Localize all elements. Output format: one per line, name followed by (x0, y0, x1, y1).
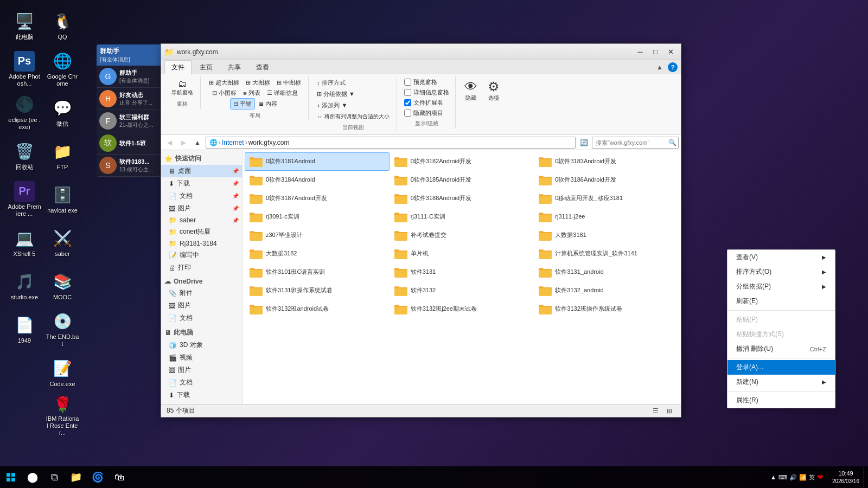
desktop-icon-xshell[interactable]: 💻 XShell 5 (5, 222, 43, 263)
ctx-undo[interactable]: 撤消 删除(U) Ctrl+Z (727, 342, 835, 356)
small-icon-btn[interactable]: ⊟ 小图标 (209, 88, 239, 98)
sidebar-item-attachment[interactable]: 📎 附件 (161, 287, 242, 299)
ctx-group[interactable]: 分组依据(P) ▶ (727, 279, 835, 294)
desktop-icon-code[interactable]: 📝 Code.exe (43, 352, 81, 393)
tray-lang[interactable]: 英 (809, 473, 815, 481)
chat-item-4[interactable]: S 软件3183... 13-候可心之... (97, 155, 163, 177)
file-item-10[interactable]: rj3111-C实训 (390, 208, 534, 226)
desktop-icon-chrome[interactable]: 🌐 Google Chrome (43, 49, 81, 89)
onedrive-header[interactable]: ☁ OneDrive (161, 276, 242, 287)
close-button[interactable]: ✕ (663, 47, 678, 57)
ribbon-expand-btn[interactable]: ▲ (654, 61, 666, 73)
maximize-button[interactable]: □ (648, 47, 662, 57)
file-item-13[interactable]: 补考试卷提交 (390, 226, 534, 245)
sidebar-item-pc-pics[interactable]: 🖼 图片 (161, 364, 242, 376)
sidebar-item-pics[interactable]: 🖼 图片 📌 (161, 202, 242, 215)
file-item-20[interactable]: 软件3131_android (534, 263, 679, 281)
file-item-0[interactable]: 0软件3181Android (245, 152, 390, 171)
hide-btn[interactable]: 👁 隐藏 (461, 78, 481, 104)
desktop-icon-premiere[interactable]: Pr Adobe Premiere ... (5, 179, 43, 220)
medium-icon-btn[interactable]: ⊞ 中图标 (274, 78, 304, 88)
sidebar-item-downloads[interactable]: ⬇ 下载 📌 (161, 177, 242, 190)
search-button[interactable]: ⬤ (22, 466, 43, 488)
file-item-19[interactable]: 软件3131 (390, 263, 534, 281)
taskbar-clock[interactable]: 10:49 2026/03/16 (828, 470, 864, 484)
file-item-5[interactable]: 0软件3186Android开发 (534, 171, 679, 189)
sidebar-item-desktop[interactable]: 🖥 桌面 📌 (161, 165, 242, 177)
file-item-12[interactable]: z307毕业设计 (245, 226, 390, 245)
checkbox-preview[interactable]: 预览窗格 (403, 78, 451, 87)
task-view-button[interactable]: ⧉ (43, 466, 65, 488)
file-item-23[interactable]: 软件3132_android (534, 281, 679, 300)
tile-btn[interactable]: ⊟ 平铺 (230, 98, 255, 110)
file-item-2[interactable]: 0软件3183Android开发 (534, 152, 679, 171)
content-btn[interactable]: ≣ 内容 (256, 99, 280, 109)
file-item-6[interactable]: 0软件3187Android开发 (245, 189, 390, 208)
desktop-icon-pc[interactable]: 🖥️ 此电脑 (5, 5, 43, 46)
ctx-login[interactable]: 登录(A)... (727, 360, 835, 375)
desktop-icon-qq[interactable]: 🐧 QQ (43, 5, 81, 46)
file-item-24[interactable]: 软件3132班android试卷 (245, 300, 390, 318)
desktop-icon-mooc[interactable]: 📚 MOOC (43, 266, 81, 306)
tray-network[interactable]: 📶 (799, 474, 807, 481)
ctx-paste[interactable]: 粘贴(P) (727, 312, 835, 327)
ctx-view[interactable]: 查看(V) ▶ (727, 250, 835, 265)
desktop-icon-ibm[interactable]: 🌹 IBM Rational Rose Enter... (43, 396, 81, 436)
sidebar-item-video[interactable]: 🎬 视频 (161, 351, 242, 364)
ctx-new[interactable]: 新建(N) ▶ (727, 375, 835, 389)
ctx-refresh[interactable]: 刷新(E) (727, 294, 835, 309)
file-item-16[interactable]: 单片机 (390, 245, 534, 263)
desktop-icon-saber[interactable]: ⚔️ saber (43, 222, 81, 263)
show-desktop-button[interactable] (864, 466, 868, 488)
chat-item-1[interactable]: H 好友动态 止音:分享了... (97, 88, 163, 110)
checkbox-ext[interactable]: 文件扩展名 (403, 98, 451, 107)
tab-home[interactable]: 主页 (193, 60, 220, 74)
checkbox-hidden[interactable]: 隐藏的项目 (403, 108, 451, 118)
ctx-sort[interactable]: 排序方式(O) ▶ (727, 265, 835, 279)
chat-item-3[interactable]: 软 软件1-5班 (97, 132, 163, 155)
nav-pane-button[interactable]: 🗂 导航窗格 (169, 78, 196, 98)
tray-keyboard[interactable]: ⌨ (778, 474, 787, 481)
desktop-icon-studio[interactable]: 🎵 studio.exe (5, 266, 43, 306)
detail-view-btn[interactable]: ☰ (649, 406, 661, 416)
sidebar-item-3d[interactable]: 🧊 3D 对象 (161, 339, 242, 351)
thispc-header[interactable]: 🖥 此电脑 (161, 326, 242, 339)
options-btn[interactable]: ⚙ 选项 (484, 78, 503, 104)
breadcrumb-internet[interactable]: Internet (222, 139, 244, 146)
forward-button[interactable]: ▶ (177, 137, 189, 149)
tab-file[interactable]: 文件 (164, 60, 192, 74)
file-item-11[interactable]: rj3111-j2ee (534, 208, 679, 226)
file-item-21[interactable]: 软件3131班操作系统试卷 (245, 281, 390, 300)
desktop-icon-1949[interactable]: 📄 1949 (5, 309, 43, 350)
minimize-button[interactable]: ─ (633, 47, 647, 57)
desktop-icon-ftp[interactable]: 📁 FTP (43, 136, 81, 176)
store-taskbar-item[interactable]: 🛍 (108, 466, 130, 488)
sidebar-item-od-docs[interactable]: 📄 文档 (161, 312, 242, 324)
file-item-3[interactable]: 0软件3184Android (245, 171, 390, 189)
chat-item-2[interactable]: F 软三福利群 21-晟可心之... (97, 110, 163, 132)
back-button[interactable]: ◀ (163, 137, 175, 149)
extra-large-icon-btn[interactable]: ⊞ 超大图标 (206, 78, 242, 88)
desktop-icon-navicat[interactable]: 🗄️ navicat.exe (43, 179, 81, 220)
search-input[interactable] (592, 137, 679, 149)
checkbox-detail-pane[interactable]: 详细信息窗格 (403, 88, 451, 97)
ctx-paste-shortcut[interactable]: 粘贴快捷方式(S) (727, 327, 835, 342)
file-item-9[interactable]: rj3091-c实训 (245, 208, 390, 226)
large-icon-btn[interactable]: ⊞ 大图标 (243, 78, 273, 88)
add-col-btn[interactable]: + 添加列 ▼ (314, 100, 392, 111)
desktop-icon-recycle[interactable]: 🗑️ 回收站 (5, 136, 43, 176)
sidebar-item-docs[interactable]: 📄 文档 📌 (161, 190, 242, 202)
file-item-8[interactable]: 0移动应用开发_移应3181 (534, 189, 679, 208)
ctx-properties[interactable]: 属性(R) (727, 393, 835, 408)
edge-taskbar-item[interactable]: 🌀 (87, 466, 108, 488)
tray-volume[interactable]: 🔊 (789, 474, 797, 481)
desktop-icon-theend[interactable]: 💿 The END.bat (43, 309, 81, 350)
refresh-button[interactable]: 🔄 (578, 137, 590, 149)
file-item-7[interactable]: 0软件3188Android开发 (390, 189, 534, 208)
detail-btn[interactable]: ☰ 详细信息 (264, 88, 301, 98)
file-item-22[interactable]: 软件3132 (390, 281, 534, 300)
file-item-15[interactable]: 大数据3182 (245, 245, 390, 263)
ribbon-help-btn[interactable]: ? (668, 62, 678, 72)
tray-antivirus[interactable]: ❤ (817, 473, 824, 481)
sidebar-item-saber[interactable]: 📁 saber 📌 (161, 215, 242, 226)
